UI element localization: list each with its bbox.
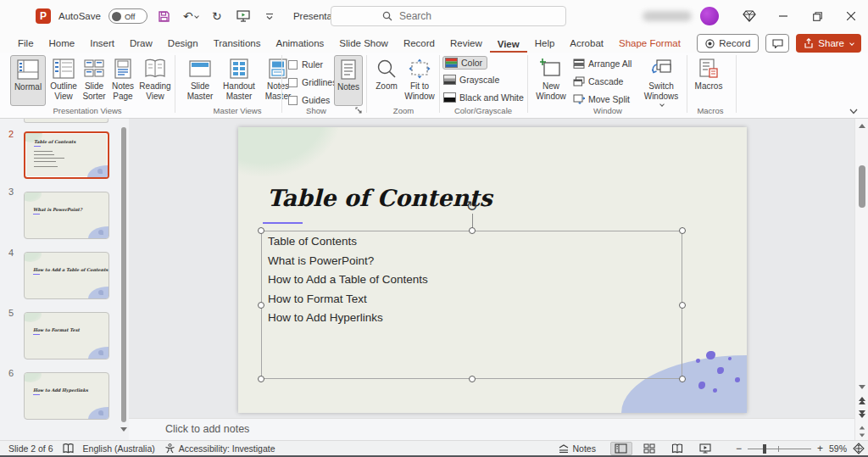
normal-view-button[interactable]: Normal xyxy=(10,55,46,106)
thumbnail-scrollbar[interactable] xyxy=(120,119,127,440)
tab-design[interactable]: Design xyxy=(160,35,206,53)
user-avatar[interactable] xyxy=(700,7,719,25)
resize-handle-middle-left[interactable] xyxy=(258,302,264,309)
notes-pane[interactable]: Click to add notes xyxy=(129,418,854,440)
record-button[interactable]: Record xyxy=(697,34,759,53)
thumbnail-slide-1-partial[interactable] xyxy=(24,119,108,123)
guides-checkbox[interactable]: Guides xyxy=(288,95,330,105)
accessibility-status[interactable]: Accessibility: Investigate xyxy=(164,443,275,454)
thumbnail-slide-3[interactable]: What is PowerPoint? xyxy=(24,192,109,239)
notes-pane-toggle[interactable]: Notes xyxy=(558,443,596,454)
tab-record[interactable]: Record xyxy=(396,35,442,53)
toc-item-4[interactable]: How to Format Text xyxy=(268,293,367,305)
resize-handle-top-center[interactable] xyxy=(469,227,476,234)
undo-button[interactable]: ↶ xyxy=(181,7,200,25)
gridlines-checkbox-box[interactable] xyxy=(288,78,298,87)
language-status[interactable]: English (Australia) xyxy=(83,443,155,454)
scroll-up-icon[interactable] xyxy=(859,124,865,128)
thumbnail-scroll-down-icon[interactable] xyxy=(120,427,127,432)
tab-animations[interactable]: Animations xyxy=(268,35,331,53)
slide-sorter-status-button[interactable] xyxy=(638,442,660,455)
zoom-slider-thumb[interactable] xyxy=(763,444,766,454)
resize-handle-bottom-right[interactable] xyxy=(679,376,686,382)
move-split-button[interactable]: Move Split xyxy=(573,94,630,104)
resize-handle-bottom-left[interactable] xyxy=(258,376,264,382)
customize-qat-button[interactable] xyxy=(260,7,279,25)
resize-handle-top-right[interactable] xyxy=(679,227,686,234)
undo-dropdown-icon[interactable] xyxy=(194,14,199,19)
zoom-slider[interactable] xyxy=(748,449,811,449)
tab-insert[interactable]: Insert xyxy=(82,35,122,53)
next-slide-button[interactable] xyxy=(859,410,865,418)
scroll-down-icon[interactable] xyxy=(859,385,865,389)
spellcheck-button[interactable] xyxy=(63,443,74,454)
minimize-button[interactable] xyxy=(766,0,800,32)
collapse-ribbon-button[interactable] xyxy=(849,109,858,114)
restore-button[interactable] xyxy=(800,0,834,32)
slide-title[interactable]: Table of Contents xyxy=(267,185,492,211)
cascade-button[interactable]: Cascade xyxy=(573,76,623,86)
redo-button[interactable]: ↻ xyxy=(208,7,226,25)
tab-view[interactable]: View xyxy=(490,36,527,53)
thumbnail-scrollbar-thumb[interactable] xyxy=(121,127,126,422)
fit-to-window-button[interactable]: Fit to Window xyxy=(402,55,437,106)
resize-handle-top-left[interactable] xyxy=(258,227,264,234)
gridlines-checkbox[interactable]: Gridlines xyxy=(288,77,337,87)
tab-transitions[interactable]: Transitions xyxy=(206,35,269,53)
premium-diamond-button[interactable] xyxy=(732,0,766,32)
ruler-checkbox[interactable]: Ruler xyxy=(288,59,323,70)
resize-handle-bottom-center[interactable] xyxy=(469,376,476,382)
resize-handle-middle-right[interactable] xyxy=(679,302,686,309)
thumbnail-slide-4[interactable]: How to Add a Table of Contents xyxy=(24,252,109,299)
search-box[interactable] xyxy=(331,6,566,26)
user-account-name[interactable] xyxy=(643,11,692,21)
share-dropdown-icon[interactable] xyxy=(849,41,854,46)
previous-slide-button[interactable] xyxy=(859,397,865,404)
grayscale-button[interactable]: Grayscale xyxy=(443,75,499,85)
save-button[interactable] xyxy=(155,7,174,25)
arrange-all-button[interactable]: Arrange All xyxy=(573,59,632,69)
comments-button[interactable] xyxy=(765,34,789,53)
main-scrollbar-thumb[interactable] xyxy=(859,165,865,208)
guides-checkbox-box[interactable] xyxy=(288,96,298,105)
tab-slide-show[interactable]: Slide Show xyxy=(331,35,396,53)
toc-item-2[interactable]: What is PowerPoint? xyxy=(268,254,374,267)
tab-file[interactable]: File xyxy=(10,35,42,53)
black-and-white-button[interactable]: Black and White xyxy=(443,92,524,103)
ruler-checkbox-box[interactable] xyxy=(288,60,298,70)
fit-slide-to-window-button[interactable] xyxy=(853,443,865,454)
show-dialog-launcher[interactable] xyxy=(355,107,364,115)
new-window-button[interactable]: New Window xyxy=(532,55,570,106)
toc-item-1[interactable]: Table of Contents xyxy=(268,235,357,248)
zoom-out-button[interactable]: − xyxy=(736,443,742,454)
zoom-level[interactable]: 59% xyxy=(829,443,847,454)
slide-master-button[interactable]: Slide Master xyxy=(183,55,217,106)
tab-shape-format[interactable]: Shape Format xyxy=(611,35,688,53)
toc-item-5[interactable]: How to Add Hyperlinks xyxy=(268,311,383,324)
tab-help[interactable]: Help xyxy=(527,35,563,53)
zoom-button[interactable]: Zoom xyxy=(371,55,402,106)
zoom-in-button[interactable]: + xyxy=(817,443,823,454)
close-button[interactable] xyxy=(834,0,868,32)
handout-master-button[interactable]: Handout Master xyxy=(219,55,259,106)
notes-scroll-down-icon[interactable] xyxy=(860,434,865,437)
thumbnail-slide-6[interactable]: How to Add Hyperlinks xyxy=(24,372,109,420)
thumbnail-slide-5[interactable]: How to Format Text xyxy=(24,312,109,359)
autosave-toggle[interactable]: Off xyxy=(108,8,147,24)
tab-review[interactable]: Review xyxy=(442,35,490,53)
color-button[interactable]: Color xyxy=(442,56,487,70)
notes-placeholder[interactable]: Click to add notes xyxy=(165,423,249,435)
outline-view-button[interactable]: Outline View xyxy=(47,55,80,106)
notes-toggle-button[interactable]: Notes xyxy=(334,55,363,106)
toc-item-3[interactable]: How to Add a Table of Contents xyxy=(268,273,428,286)
toc-textbox[interactable]: ↻ Table of Contents What is PowerPoint? … xyxy=(261,231,682,379)
tab-acrobat[interactable]: Acrobat xyxy=(562,35,611,53)
share-button[interactable]: Share xyxy=(796,34,861,53)
tab-draw[interactable]: Draw xyxy=(122,35,160,53)
slide-sorter-button[interactable]: Slide Sorter xyxy=(80,55,108,106)
reading-view-button[interactable]: Reading View xyxy=(137,55,173,106)
notes-page-button[interactable]: Notes Page xyxy=(108,55,137,106)
slideshow-status-button[interactable] xyxy=(694,442,716,455)
rotation-handle-icon[interactable]: ↻ xyxy=(465,199,477,214)
normal-view-status-button[interactable] xyxy=(610,442,632,455)
